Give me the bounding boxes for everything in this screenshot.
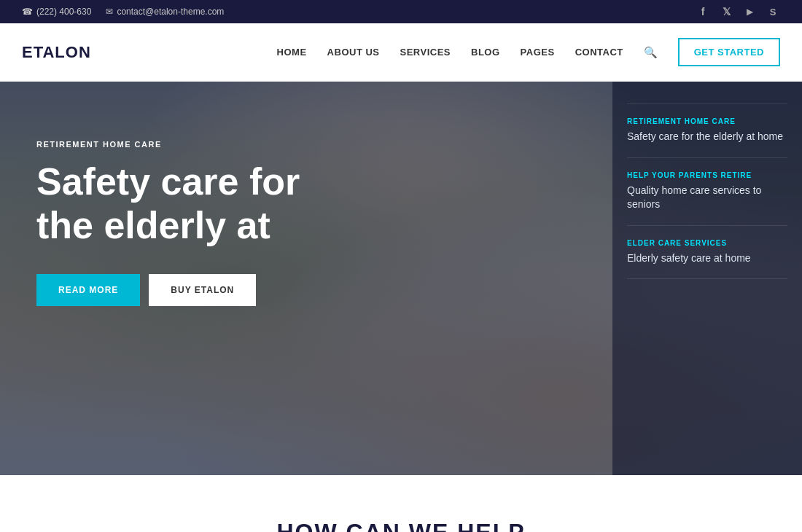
topbar: ☎ (222) 400-630 ✉ contact@etalon-theme.c… bbox=[0, 0, 802, 23]
slide-panel: RETIREMENT HOME CARE Safety care for the… bbox=[612, 82, 802, 475]
search-icon[interactable]: 🔍 bbox=[644, 46, 658, 59]
header: ETALON HOME ABOUT US SERVICES BLOG PAGES… bbox=[0, 23, 802, 82]
nav-blog[interactable]: BLOG bbox=[471, 47, 500, 58]
slide-tag-2: HELP YOUR PARENTS RETIRE bbox=[627, 171, 787, 179]
nav-home[interactable]: HOME bbox=[277, 47, 307, 58]
slide-tag-3: ELDER CARE SERVICES bbox=[627, 239, 787, 247]
youtube-link[interactable]: ▶ bbox=[742, 4, 757, 19]
slide-tag-1: RETIREMENT HOME CARE bbox=[627, 117, 787, 125]
buy-etalon-button[interactable]: BUY ETALON bbox=[149, 274, 256, 306]
topbar-phone: ☎ (222) 400-630 bbox=[22, 7, 91, 17]
hero-buttons: READ MORE BUY ETALON bbox=[36, 274, 343, 306]
get-started-button[interactable]: GET STARTED bbox=[678, 38, 780, 66]
hero-title: Safety care for the elderly at bbox=[36, 160, 343, 248]
email-icon: ✉ bbox=[106, 7, 113, 17]
facebook-link[interactable]: f bbox=[696, 4, 710, 19]
twitter-link[interactable]: 𝕏 bbox=[719, 4, 733, 19]
skype-link[interactable]: S bbox=[766, 4, 780, 19]
slide-text-3: Elderly safety care at home bbox=[627, 251, 787, 266]
phone-icon: ☎ bbox=[22, 7, 33, 17]
help-section: HOW CAN WE HELP Understanding the unique… bbox=[0, 475, 802, 532]
hero-subtitle: RETIREMENT HOME CARE bbox=[36, 140, 343, 149]
slide-item-3[interactable]: ELDER CARE SERVICES Elderly safety care … bbox=[627, 226, 787, 280]
topbar-contact-info: ☎ (222) 400-630 ✉ contact@etalon-theme.c… bbox=[22, 7, 224, 17]
main-nav: HOME ABOUT US SERVICES BLOG PAGES CONTAC… bbox=[277, 38, 780, 66]
nav-contact[interactable]: CONTACT bbox=[575, 47, 623, 58]
help-title: HOW CAN WE HELP bbox=[22, 519, 780, 532]
topbar-email: ✉ contact@etalon-theme.com bbox=[106, 7, 224, 17]
hero-content: RETIREMENT HOME CARE Safety care for the… bbox=[0, 82, 379, 364]
nav-pages[interactable]: PAGES bbox=[521, 47, 555, 58]
slide-item-2[interactable]: HELP YOUR PARENTS RETIRE Quality home ca… bbox=[627, 158, 787, 226]
logo[interactable]: ETALON bbox=[22, 43, 91, 62]
slide-text-1: Safety care for the elderly at home bbox=[627, 130, 787, 144]
slide-item-1[interactable]: RETIREMENT HOME CARE Safety care for the… bbox=[627, 103, 787, 158]
nav-about[interactable]: ABOUT US bbox=[327, 47, 380, 58]
slide-text-2: Quality home care services to seniors bbox=[627, 184, 787, 212]
read-more-button[interactable]: READ MORE bbox=[36, 274, 140, 306]
hero-section: RETIREMENT HOME CARE Safety care for the… bbox=[0, 82, 802, 475]
topbar-social: f 𝕏 ▶ S bbox=[696, 4, 780, 19]
nav-services[interactable]: SERVICES bbox=[400, 47, 451, 58]
